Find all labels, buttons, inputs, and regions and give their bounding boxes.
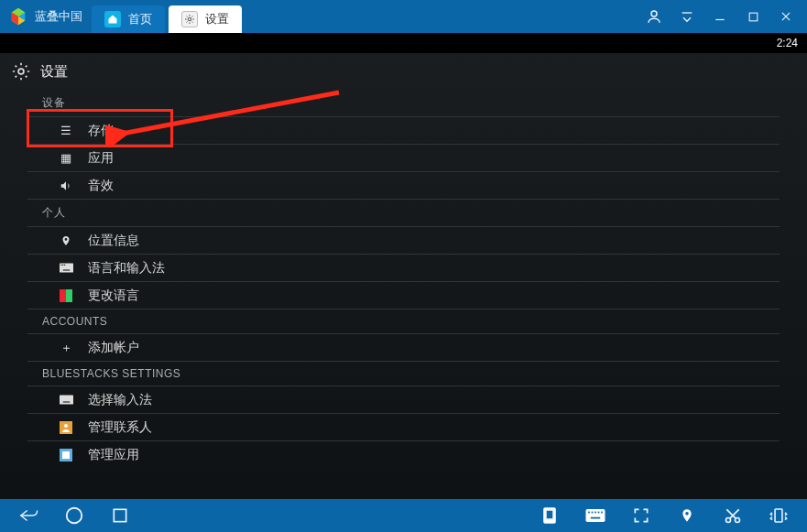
settings-header: 设置 <box>0 53 807 90</box>
item-label: 音效 <box>88 178 114 194</box>
item-select-ime[interactable]: 选择输入法 <box>27 385 780 413</box>
plus-icon: ＋ <box>59 341 73 355</box>
svg-rect-9 <box>62 265 63 266</box>
svg-rect-36 <box>775 509 782 522</box>
svg-rect-13 <box>66 289 72 302</box>
gear-icon <box>11 61 31 81</box>
tab-home-label: 首页 <box>128 11 152 27</box>
android-nav <box>0 505 130 526</box>
svg-rect-14 <box>60 396 73 405</box>
tab-settings[interactable]: 设置 <box>169 5 242 33</box>
section-device: 设备 <box>27 90 780 116</box>
toggle-portrait-icon[interactable] <box>540 505 560 526</box>
item-manage-contacts[interactable]: 管理联系人 <box>27 413 780 440</box>
item-change-language[interactable]: 更改语言 <box>27 281 780 309</box>
back-button[interactable] <box>18 505 38 526</box>
section-personal: 个人 <box>27 199 780 226</box>
tab-settings-label: 设置 <box>205 11 229 27</box>
section-bluestacks: BLUESTACKS SETTINGS <box>27 361 780 385</box>
brand-name: 蓝叠中国 <box>35 8 82 25</box>
item-label: 管理联系人 <box>88 419 152 436</box>
item-location[interactable]: 位置信息 <box>27 226 780 254</box>
svg-rect-8 <box>60 265 61 266</box>
item-apps[interactable]: ▦ 应用 <box>27 144 780 171</box>
keyboard-icon <box>59 393 73 407</box>
item-label: 添加帐户 <box>88 340 139 356</box>
svg-point-6 <box>18 69 24 74</box>
item-sound[interactable]: 音效 <box>27 171 780 199</box>
account-icon[interactable] <box>646 8 662 25</box>
apps-icon: ▦ <box>59 151 73 166</box>
settings-list[interactable]: 设备 ☰ 存储 ▦ 应用 音效 个人 位置信息 语言和输入法 <box>0 90 807 499</box>
svg-rect-27 <box>592 512 594 514</box>
item-label: 语言和输入法 <box>88 260 165 277</box>
item-label: 存储 <box>88 123 114 139</box>
item-label: 管理应用 <box>88 447 139 463</box>
manage-icon <box>59 448 73 462</box>
svg-rect-10 <box>64 265 65 266</box>
svg-rect-31 <box>591 517 601 519</box>
settings-title: 设置 <box>40 63 68 81</box>
sound-icon <box>59 179 73 193</box>
keyboard-tool-icon[interactable] <box>585 505 605 526</box>
location-tool-icon[interactable] <box>677 505 697 526</box>
svg-point-1 <box>651 11 657 16</box>
maximize-button[interactable] <box>745 8 761 25</box>
item-manage-apps[interactable]: 管理应用 <box>27 440 780 468</box>
language-icon <box>59 288 73 303</box>
svg-rect-24 <box>546 510 553 519</box>
titlebar: 蓝叠中国 首页 设置 <box>0 0 807 33</box>
svg-rect-19 <box>62 451 70 459</box>
item-add-account[interactable]: ＋ 添加帐户 <box>27 333 780 361</box>
item-label: 选择输入法 <box>88 392 152 408</box>
svg-point-0 <box>188 17 191 21</box>
tab-home[interactable]: 首页 <box>92 5 165 33</box>
svg-rect-29 <box>598 512 600 514</box>
gear-icon <box>181 11 198 27</box>
svg-rect-28 <box>594 512 596 514</box>
contacts-icon <box>59 420 73 435</box>
svg-rect-26 <box>588 512 590 514</box>
svg-rect-22 <box>114 509 125 521</box>
home-button[interactable] <box>64 505 84 526</box>
location-icon <box>59 233 73 248</box>
recents-button[interactable] <box>110 505 130 526</box>
dropdown-icon[interactable] <box>679 8 695 25</box>
scissors-icon[interactable] <box>723 505 743 526</box>
tabstrip: 首页 设置 <box>92 0 245 33</box>
item-label: 应用 <box>88 150 114 167</box>
minimize-button[interactable] <box>712 8 728 25</box>
bottombar <box>0 499 807 532</box>
item-label: 位置信息 <box>88 233 139 249</box>
storage-icon: ☰ <box>59 124 73 138</box>
item-language-input[interactable]: 语言和输入法 <box>27 254 780 281</box>
titlebar-controls <box>646 8 807 25</box>
svg-rect-11 <box>62 269 70 270</box>
android-statusbar: 2:24 <box>0 33 807 53</box>
item-label: 更改语言 <box>88 288 139 304</box>
svg-point-17 <box>64 424 68 428</box>
shake-icon[interactable] <box>769 505 789 526</box>
item-storage[interactable]: ☰ 存储 <box>27 116 780 144</box>
bluestacks-tools <box>540 505 807 526</box>
svg-rect-15 <box>62 401 70 402</box>
svg-rect-3 <box>749 13 758 21</box>
bluestacks-logo <box>7 5 29 27</box>
section-accounts: ACCOUNTS <box>27 309 780 333</box>
close-button[interactable] <box>778 8 794 25</box>
svg-rect-25 <box>586 509 605 522</box>
svg-rect-30 <box>601 512 603 514</box>
fullscreen-icon[interactable] <box>631 505 651 526</box>
home-icon <box>104 11 121 27</box>
keyboard-icon <box>59 261 73 276</box>
client-area: 2:24 设置 设备 ☰ 存储 ▦ 应用 音效 个人 <box>0 33 807 499</box>
clock: 2:24 <box>777 37 798 49</box>
svg-rect-12 <box>60 289 66 302</box>
svg-point-21 <box>67 508 82 524</box>
